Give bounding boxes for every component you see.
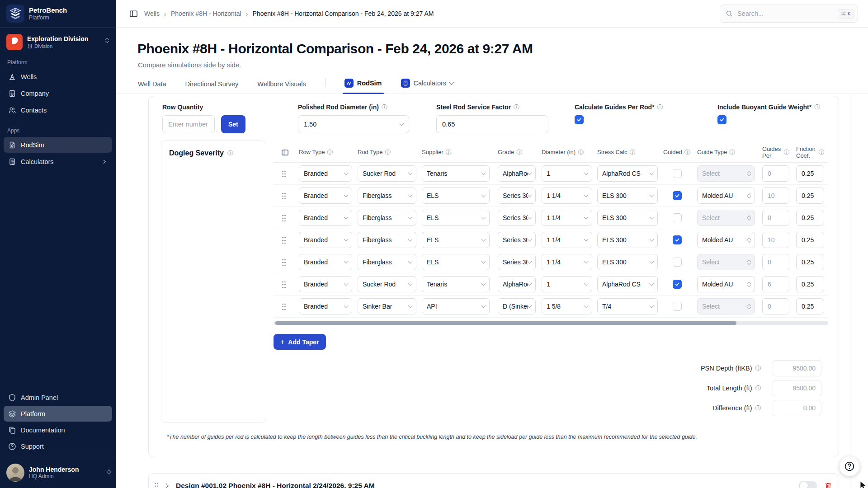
stress-calc-select[interactable]: ELS 300	[597, 254, 658, 270]
buoyant-weight-checkbox[interactable]	[717, 115, 726, 124]
friction-coef-input[interactable]: 0.25	[796, 165, 824, 182]
guides-per-input[interactable]: 0	[762, 298, 789, 314]
guides-per-input[interactable]: 10	[762, 188, 789, 204]
supplier-select[interactable]: Tenaris	[422, 165, 490, 182]
guided-checkbox[interactable]	[673, 235, 682, 244]
sidebar-item-calculators[interactable]: Calculators	[4, 154, 112, 169]
drag-handle-icon[interactable]	[282, 214, 286, 221]
sidebar-item-wells[interactable]: Wells	[4, 69, 112, 84]
info-icon[interactable]: ⓘ	[784, 150, 790, 155]
stress-calc-select[interactable]: ELS 300	[597, 188, 658, 204]
grade-select[interactable]: Series 300	[498, 210, 536, 226]
set-button[interactable]: Set	[221, 115, 245, 133]
polished-rod-diameter-select[interactable]: 1.50	[298, 115, 409, 133]
horizontal-scrollbar[interactable]	[274, 321, 828, 325]
diameter-select[interactable]: 1 1/4	[542, 232, 592, 248]
info-icon[interactable]: ⓘ	[446, 150, 452, 155]
guided-checkbox[interactable]	[673, 280, 682, 289]
grade-select[interactable]: AlphaRod	[498, 165, 536, 182]
row-type-select[interactable]: Branded	[299, 276, 352, 292]
supplier-select[interactable]: API	[422, 298, 490, 314]
diameter-select[interactable]: 1	[542, 276, 592, 292]
stress-calc-select[interactable]: AlphaRod CS	[597, 165, 658, 182]
guides-per-input[interactable]: 10	[762, 232, 789, 248]
difference-input[interactable]: 0.00	[773, 400, 821, 416]
panel-columns-icon[interactable]	[281, 149, 289, 156]
rod-type-select[interactable]: Sucker Rod	[358, 165, 416, 182]
friction-coef-input[interactable]: 0.25	[796, 254, 824, 270]
trash-icon[interactable]	[824, 482, 832, 488]
row-type-select[interactable]: Branded	[299, 298, 352, 314]
friction-coef-input[interactable]: 0.25	[796, 210, 824, 226]
psn-depth-input[interactable]: 9500.00	[773, 360, 821, 376]
friction-coef-input[interactable]: 0.25	[796, 232, 824, 248]
add-taper-button[interactable]: + Add Taper	[274, 334, 326, 350]
sidebar-item-documentation[interactable]: Documentation	[4, 422, 112, 438]
guided-checkbox[interactable]	[673, 213, 682, 222]
stress-calc-select[interactable]: AlphaRod CS	[597, 276, 658, 292]
grade-select[interactable]: Series 300	[498, 188, 536, 204]
diameter-select[interactable]: 1	[542, 165, 592, 182]
drag-handle-icon[interactable]	[282, 170, 286, 177]
guided-checkbox[interactable]	[673, 258, 682, 267]
stress-calc-select[interactable]: T/4	[597, 298, 658, 314]
guided-checkbox[interactable]	[673, 302, 682, 311]
row-type-select[interactable]: Branded	[299, 165, 352, 182]
tab-rodsim[interactable]: RodSim	[344, 79, 382, 94]
drag-handle-icon[interactable]	[282, 303, 286, 310]
design-toggle[interactable]	[799, 481, 817, 488]
friction-coef-input[interactable]: 0.25	[796, 188, 824, 204]
user-menu[interactable]: John Henderson HQ Admin	[0, 459, 116, 488]
scrollbar-thumb[interactable]	[275, 321, 736, 325]
guide-type-select[interactable]: Select	[697, 298, 755, 314]
row-type-select[interactable]: Branded	[299, 254, 352, 270]
rod-type-select[interactable]: Fiberglass	[358, 210, 416, 226]
info-icon[interactable]: ⓘ	[755, 405, 761, 411]
calculate-guides-checkbox[interactable]	[575, 115, 584, 124]
diameter-select[interactable]: 1 1/4	[542, 188, 592, 204]
breadcrumb-item[interactable]: Phoenix #8H - Horizontal	[171, 10, 241, 17]
info-icon[interactable]: ⓘ	[514, 104, 519, 110]
org-switcher[interactable]: Exploration Division Division	[6, 34, 111, 50]
guide-type-select[interactable]: Molded AU	[697, 276, 755, 292]
guide-type-select[interactable]: Molded AU	[697, 232, 755, 248]
grade-select[interactable]: Series 300	[498, 232, 536, 248]
info-icon[interactable]: ⓘ	[578, 150, 584, 155]
breadcrumb-item[interactable]: Wells	[144, 10, 160, 17]
row-type-select[interactable]: Branded	[299, 232, 352, 248]
supplier-select[interactable]: ELS	[422, 254, 490, 270]
rod-type-select[interactable]: Fiberglass	[358, 188, 416, 204]
sidebar-item-admin-panel[interactable]: Admin Panel	[4, 389, 112, 405]
supplier-select[interactable]: ELS	[422, 232, 490, 248]
guide-type-select[interactable]: Molded AU	[697, 188, 755, 204]
search-input[interactable]	[737, 10, 833, 17]
guide-type-select[interactable]: Select	[697, 165, 755, 182]
info-icon[interactable]: ⓘ	[814, 104, 820, 110]
info-icon[interactable]: ⓘ	[385, 150, 391, 155]
guides-per-input[interactable]: 0	[762, 210, 789, 226]
rod-type-select[interactable]: Sucker Rod	[358, 276, 416, 292]
row-type-select[interactable]: Branded	[299, 210, 352, 226]
row-type-select[interactable]: Branded	[299, 188, 352, 204]
row-quantity-input[interactable]	[162, 115, 215, 133]
grade-select[interactable]: D (Sinker)	[498, 298, 536, 314]
diameter-select[interactable]: 1 1/4	[542, 254, 592, 270]
sidebar-item-contacts[interactable]: Contacts	[4, 102, 112, 118]
friction-coef-input[interactable]: 0.25	[796, 276, 824, 292]
guide-type-select[interactable]: Select	[697, 254, 755, 270]
guides-per-input[interactable]: 0	[762, 254, 789, 270]
rod-type-select[interactable]: Sinker Bar	[358, 298, 416, 314]
info-icon[interactable]: ⓘ	[729, 150, 735, 155]
rod-type-select[interactable]: Fiberglass	[358, 232, 416, 248]
grade-select[interactable]: AlphaRod	[498, 276, 536, 292]
guide-type-select[interactable]: Select	[697, 210, 755, 226]
info-icon[interactable]: ⓘ	[755, 366, 761, 371]
supplier-select[interactable]: ELS	[422, 188, 490, 204]
sidebar-item-platform[interactable]: Platform	[4, 406, 112, 422]
rod-type-select[interactable]: Fiberglass	[358, 254, 416, 270]
drag-handle-icon[interactable]	[282, 258, 286, 266]
grade-select[interactable]: Series 300	[498, 254, 536, 270]
stress-calc-select[interactable]: ELS 300	[597, 232, 658, 248]
tab-well-data[interactable]: Well Data	[138, 80, 166, 94]
info-icon[interactable]: ⓘ	[684, 150, 690, 155]
